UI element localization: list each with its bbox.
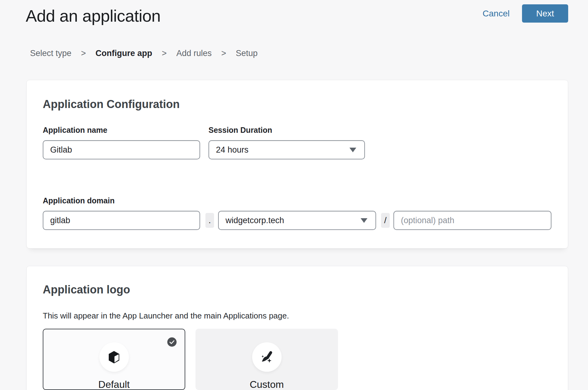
breadcrumb-item-configure-app: Configure app <box>95 48 152 58</box>
chevron-down-icon <box>361 218 367 223</box>
application-configuration-card: Application Configuration Application na… <box>26 80 568 249</box>
cube-icon <box>108 350 120 364</box>
logo-option-custom[interactable]: Custom <box>195 329 338 390</box>
application-logo-card: Application logo This will appear in the… <box>26 266 568 390</box>
domain-select-value: widgetcorp.tech <box>226 216 284 225</box>
name-duration-row: Application name Session Duration 24 hou… <box>43 125 552 159</box>
default-logo-circle <box>99 342 129 372</box>
logo-card-heading: Application logo <box>43 283 552 297</box>
breadcrumb-separator: > <box>221 48 226 58</box>
path-input[interactable] <box>393 211 551 230</box>
slash-separator: / <box>381 213 390 228</box>
paintbrush-icon <box>260 350 274 364</box>
logo-card-description: This will appear in the App Launcher and… <box>43 311 552 321</box>
application-domain-label: Application domain <box>43 196 552 205</box>
dot-separator: . <box>205 213 214 228</box>
chevron-down-icon <box>349 148 356 152</box>
application-domain-row: . widgetcorp.tech / <box>43 211 552 230</box>
selected-check-icon <box>167 337 177 347</box>
config-card-heading: Application Configuration <box>43 98 552 111</box>
breadcrumb-separator: > <box>162 48 167 58</box>
session-duration-field: Session Duration 24 hours <box>208 125 365 159</box>
application-name-input[interactable] <box>43 140 200 159</box>
breadcrumb: Select type > Configure app > Add rules … <box>30 48 258 58</box>
custom-logo-circle <box>252 342 282 372</box>
breadcrumb-item-add-rules[interactable]: Add rules <box>176 48 212 58</box>
next-button[interactable]: Next <box>522 4 568 23</box>
domain-select[interactable]: widgetcorp.tech <box>218 211 376 230</box>
logo-options: Default Custom <box>43 329 552 390</box>
cancel-button[interactable]: Cancel <box>483 9 510 19</box>
logo-option-label: Default <box>43 379 185 390</box>
logo-option-label: Custom <box>195 379 338 390</box>
breadcrumb-item-setup[interactable]: Setup <box>236 48 258 58</box>
session-duration-select[interactable]: 24 hours <box>208 140 365 159</box>
application-name-label: Application name <box>43 125 200 135</box>
subdomain-input[interactable] <box>43 211 200 230</box>
session-duration-label: Session Duration <box>208 125 365 135</box>
breadcrumb-item-select-type[interactable]: Select type <box>30 48 72 58</box>
application-name-field: Application name <box>43 125 200 159</box>
session-duration-value: 24 hours <box>216 145 248 155</box>
breadcrumb-separator: > <box>81 48 86 58</box>
page-title: Add an application <box>26 6 160 27</box>
header-actions: Cancel Next <box>483 4 568 23</box>
logo-option-default[interactable]: Default <box>43 329 185 390</box>
